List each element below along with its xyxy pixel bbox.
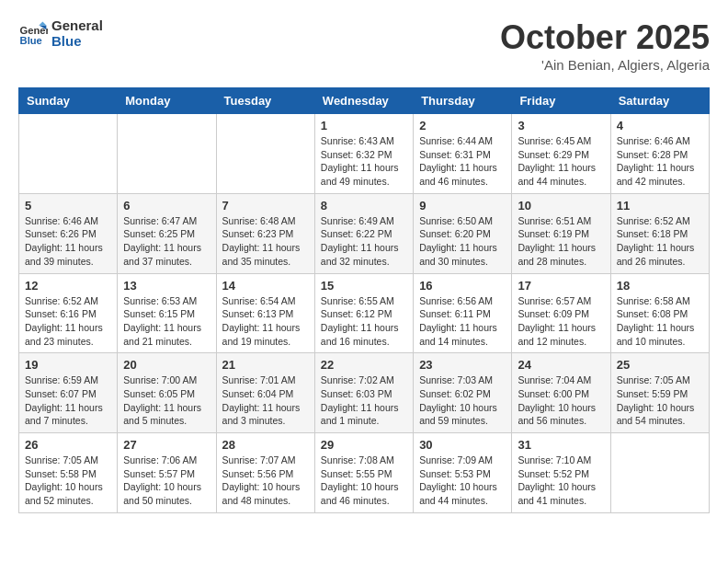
- day-info: Sunrise: 6:49 AM Sunset: 6:22 PM Dayligh…: [321, 214, 407, 269]
- calendar-week-row: 1Sunrise: 6:43 AM Sunset: 6:32 PM Daylig…: [19, 114, 710, 194]
- calendar-cell: [216, 114, 314, 194]
- weekday-header: Tuesday: [216, 88, 314, 114]
- weekday-header: Sunday: [19, 88, 118, 114]
- day-info: Sunrise: 6:55 AM Sunset: 6:12 PM Dayligh…: [321, 294, 407, 349]
- calendar-cell: 13Sunrise: 6:53 AM Sunset: 6:15 PM Dayli…: [118, 273, 216, 353]
- weekday-header: Thursday: [414, 88, 512, 114]
- calendar-cell: 16Sunrise: 6:56 AM Sunset: 6:11 PM Dayli…: [414, 273, 512, 353]
- day-number: 6: [123, 199, 210, 213]
- day-number: 3: [518, 119, 604, 132]
- day-info: Sunrise: 7:08 AM Sunset: 5:55 PM Dayligh…: [321, 454, 407, 508]
- calendar-cell: 31Sunrise: 7:10 AM Sunset: 5:52 PM Dayli…: [512, 433, 610, 513]
- day-info: Sunrise: 7:04 AM Sunset: 6:00 PM Dayligh…: [518, 373, 604, 428]
- day-number: 15: [321, 279, 407, 293]
- day-number: 22: [321, 358, 407, 372]
- calendar-week-row: 12Sunrise: 6:52 AM Sunset: 6:16 PM Dayli…: [19, 273, 710, 353]
- calendar-cell: 22Sunrise: 7:02 AM Sunset: 6:03 PM Dayli…: [314, 353, 413, 433]
- day-info: Sunrise: 7:10 AM Sunset: 5:52 PM Dayligh…: [518, 454, 604, 508]
- calendar-header: SundayMondayTuesdayWednesdayThursdayFrid…: [19, 88, 710, 114]
- calendar-cell: 2Sunrise: 6:44 AM Sunset: 6:31 PM Daylig…: [414, 114, 512, 194]
- day-number: 8: [321, 199, 407, 213]
- day-info: Sunrise: 6:58 AM Sunset: 6:08 PM Dayligh…: [617, 294, 703, 349]
- day-number: 11: [617, 199, 703, 213]
- day-info: Sunrise: 6:56 AM Sunset: 6:11 PM Dayligh…: [419, 294, 506, 349]
- calendar-cell: 24Sunrise: 7:04 AM Sunset: 6:00 PM Dayli…: [512, 353, 610, 433]
- day-number: 25: [617, 358, 703, 372]
- day-number: 19: [25, 358, 111, 372]
- day-info: Sunrise: 7:09 AM Sunset: 5:53 PM Dayligh…: [419, 454, 506, 508]
- day-info: Sunrise: 6:52 AM Sunset: 6:16 PM Dayligh…: [25, 294, 111, 349]
- day-number: 14: [222, 279, 309, 293]
- day-info: Sunrise: 6:52 AM Sunset: 6:18 PM Dayligh…: [617, 214, 703, 269]
- day-info: Sunrise: 7:07 AM Sunset: 5:56 PM Dayligh…: [222, 454, 309, 508]
- day-number: 27: [123, 438, 210, 452]
- day-number: 30: [419, 438, 506, 452]
- day-info: Sunrise: 6:46 AM Sunset: 6:28 PM Dayligh…: [617, 134, 703, 189]
- calendar-cell: 7Sunrise: 6:48 AM Sunset: 6:23 PM Daylig…: [216, 193, 314, 273]
- month-title: October 2025: [500, 18, 710, 57]
- day-number: 2: [419, 119, 506, 132]
- calendar-cell: 8Sunrise: 6:49 AM Sunset: 6:22 PM Daylig…: [314, 193, 413, 273]
- day-info: Sunrise: 6:45 AM Sunset: 6:29 PM Dayligh…: [518, 134, 604, 189]
- location-subtitle: 'Ain Benian, Algiers, Algeria: [500, 57, 710, 73]
- day-number: 1: [321, 119, 407, 132]
- day-number: 9: [419, 199, 506, 213]
- day-number: 7: [222, 199, 309, 213]
- logo-general: General: [51, 18, 103, 34]
- calendar-week-row: 19Sunrise: 6:59 AM Sunset: 6:07 PM Dayli…: [19, 353, 710, 433]
- weekday-header: Monday: [118, 88, 216, 114]
- day-info: Sunrise: 6:48 AM Sunset: 6:23 PM Dayligh…: [222, 214, 309, 269]
- day-number: 4: [617, 119, 703, 132]
- calendar-cell: [118, 114, 216, 194]
- day-number: 10: [518, 199, 604, 213]
- weekday-header: Wednesday: [314, 88, 413, 114]
- page-header: General Blue General Blue October 2025 '…: [18, 18, 710, 73]
- day-info: Sunrise: 7:01 AM Sunset: 6:04 PM Dayligh…: [222, 373, 309, 428]
- logo: General Blue General Blue: [18, 18, 103, 49]
- calendar-cell: 12Sunrise: 6:52 AM Sunset: 6:16 PM Dayli…: [19, 273, 118, 353]
- day-number: 17: [518, 279, 604, 293]
- day-info: Sunrise: 6:50 AM Sunset: 6:20 PM Dayligh…: [419, 214, 506, 269]
- day-info: Sunrise: 7:05 AM Sunset: 5:59 PM Dayligh…: [617, 373, 703, 428]
- day-number: 31: [518, 438, 604, 452]
- calendar-cell: 20Sunrise: 7:00 AM Sunset: 6:05 PM Dayli…: [118, 353, 216, 433]
- day-number: 13: [123, 279, 210, 293]
- day-info: Sunrise: 7:03 AM Sunset: 6:02 PM Dayligh…: [419, 373, 506, 428]
- svg-text:Blue: Blue: [20, 35, 42, 46]
- calendar-week-row: 26Sunrise: 7:05 AM Sunset: 5:58 PM Dayli…: [19, 433, 710, 513]
- calendar-cell: 30Sunrise: 7:09 AM Sunset: 5:53 PM Dayli…: [414, 433, 512, 513]
- day-info: Sunrise: 6:57 AM Sunset: 6:09 PM Dayligh…: [518, 294, 604, 349]
- calendar-cell: [610, 433, 709, 513]
- calendar-cell: 19Sunrise: 6:59 AM Sunset: 6:07 PM Dayli…: [19, 353, 118, 433]
- day-number: 20: [123, 358, 210, 372]
- weekday-row: SundayMondayTuesdayWednesdayThursdayFrid…: [19, 88, 710, 114]
- calendar-cell: 1Sunrise: 6:43 AM Sunset: 6:32 PM Daylig…: [314, 114, 413, 194]
- day-info: Sunrise: 7:05 AM Sunset: 5:58 PM Dayligh…: [25, 454, 111, 508]
- calendar-cell: 23Sunrise: 7:03 AM Sunset: 6:02 PM Dayli…: [414, 353, 512, 433]
- day-number: 18: [617, 279, 703, 293]
- weekday-header: Saturday: [610, 88, 709, 114]
- calendar-week-row: 5Sunrise: 6:46 AM Sunset: 6:26 PM Daylig…: [19, 193, 710, 273]
- day-number: 24: [518, 358, 604, 372]
- calendar-cell: [19, 114, 118, 194]
- calendar-body: 1Sunrise: 6:43 AM Sunset: 6:32 PM Daylig…: [19, 114, 710, 513]
- day-info: Sunrise: 6:47 AM Sunset: 6:25 PM Dayligh…: [123, 214, 210, 269]
- calendar-cell: 11Sunrise: 6:52 AM Sunset: 6:18 PM Dayli…: [610, 193, 709, 273]
- day-number: 26: [25, 438, 111, 452]
- day-info: Sunrise: 6:54 AM Sunset: 6:13 PM Dayligh…: [222, 294, 309, 349]
- calendar-cell: 26Sunrise: 7:05 AM Sunset: 5:58 PM Dayli…: [19, 433, 118, 513]
- day-info: Sunrise: 6:51 AM Sunset: 6:19 PM Dayligh…: [518, 214, 604, 269]
- day-info: Sunrise: 6:53 AM Sunset: 6:15 PM Dayligh…: [123, 294, 210, 349]
- day-number: 28: [222, 438, 309, 452]
- calendar-table: SundayMondayTuesdayWednesdayThursdayFrid…: [18, 87, 710, 513]
- day-info: Sunrise: 7:02 AM Sunset: 6:03 PM Dayligh…: [321, 373, 407, 428]
- title-block: October 2025 'Ain Benian, Algiers, Alger…: [500, 18, 710, 73]
- day-info: Sunrise: 6:44 AM Sunset: 6:31 PM Dayligh…: [419, 134, 506, 189]
- day-info: Sunrise: 7:06 AM Sunset: 5:57 PM Dayligh…: [123, 454, 210, 508]
- calendar-cell: 9Sunrise: 6:50 AM Sunset: 6:20 PM Daylig…: [414, 193, 512, 273]
- day-number: 16: [419, 279, 506, 293]
- calendar-cell: 15Sunrise: 6:55 AM Sunset: 6:12 PM Dayli…: [314, 273, 413, 353]
- day-number: 21: [222, 358, 309, 372]
- calendar-cell: 29Sunrise: 7:08 AM Sunset: 5:55 PM Dayli…: [314, 433, 413, 513]
- calendar-cell: 5Sunrise: 6:46 AM Sunset: 6:26 PM Daylig…: [19, 193, 118, 273]
